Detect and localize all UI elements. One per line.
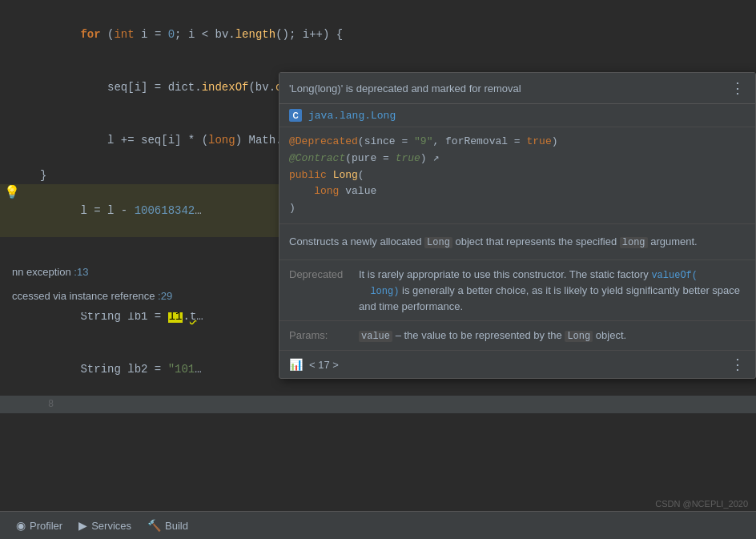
build-icon: 🔨 (147, 519, 161, 532)
error-item-1: nn exception :13 (0, 260, 279, 284)
toolbar-item-services[interactable]: ▶ Services (70, 515, 139, 536)
deprecated-content: It is rarely appropriate to use this con… (359, 267, 746, 315)
tooltip-description: Constructs a newly allocated Long object… (279, 224, 755, 260)
params-content: value – the value to be represented by t… (359, 328, 746, 344)
params-label: Params: (289, 328, 349, 344)
profiler-icon: ◉ (16, 519, 26, 532)
class-icon: C (289, 109, 302, 122)
services-icon: ▶ (78, 519, 87, 532)
toolbar-item-profiler[interactable]: ◉ Profiler (8, 515, 70, 536)
tooltip-header-menu[interactable]: ⋮ (730, 79, 746, 97)
footer-nav-text[interactable]: < 17 > (309, 359, 339, 371)
tooltip-params-section: Params: value – the value to be represen… (279, 321, 755, 351)
class-full-name: java.lang.Long (308, 110, 396, 122)
tooltip-deprecated-section: Deprecated It is rarely appropriate to u… (279, 260, 755, 322)
line-content: for (int i = 0; i < bv.length(); i++) { (40, 8, 343, 61)
bottom-toolbar: ◉ Profiler ▶ Services 🔨 Build (0, 511, 756, 539)
tooltip-class-row: C java.lang.Long (279, 104, 755, 127)
footer-menu[interactable]: ⋮ (730, 356, 746, 373)
profiler-label: Profiler (30, 520, 62, 532)
divider-label: 8 (48, 396, 54, 413)
error-item-2: ccessed via instance reference :29 (0, 284, 279, 308)
code-divider: 8 (0, 396, 756, 413)
line-content: } (40, 167, 46, 184)
tooltip-header-text: 'Long(long)' is deprecated and marked fo… (289, 82, 521, 95)
services-label: Services (91, 520, 131, 532)
footer-chart-icon: 📊 (289, 358, 303, 371)
tooltip-header: 'Long(long)' is deprecated and marked fo… (279, 73, 755, 104)
toolbar-item-build[interactable]: 🔨 Build (139, 515, 196, 536)
tooltip-footer: 📊 < 17 > ⋮ (279, 351, 755, 378)
line-content: l = l - 100618342… (40, 184, 202, 237)
code-line-1: for (int i = 0; i < bv.length(); i++) { (0, 8, 756, 61)
lightbulb-icon[interactable]: 💡 (4, 184, 20, 202)
tooltip-popup: 'Long(long)' is deprecated and marked fo… (279, 72, 756, 379)
deprecated-label: Deprecated (289, 267, 349, 315)
footer-navigation: 📊 < 17 > (289, 358, 339, 371)
keyword-for: for (80, 28, 100, 41)
watermark: CSDN @NCEPLI_2020 (655, 499, 748, 509)
build-label: Build (165, 520, 188, 532)
line-content: String lb2 = "101… (40, 343, 202, 396)
error-panel: nn exception :13 ccessed via instance re… (0, 256, 279, 312)
tooltip-signature: @Deprecated(since = "9", forRemoval = tr… (279, 127, 755, 224)
